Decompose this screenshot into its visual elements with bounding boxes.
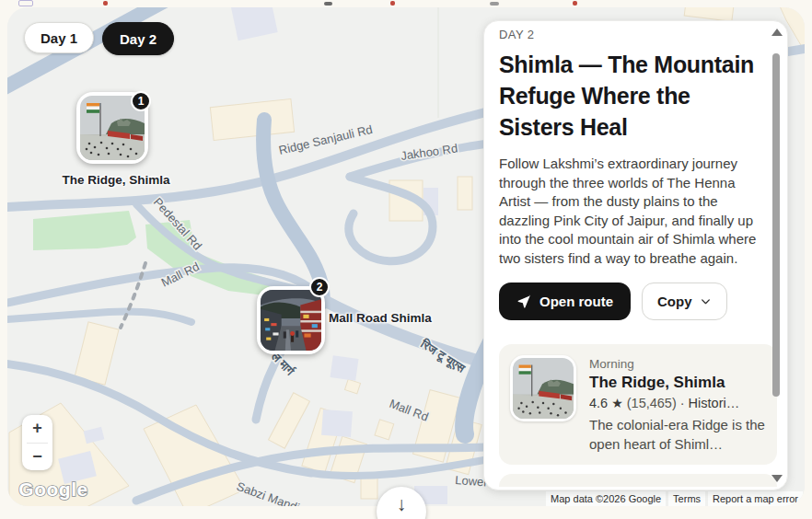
copy-button[interactable]: Copy — [642, 283, 727, 320]
zoom-out-button[interactable]: − — [22, 444, 52, 471]
attribution-terms-link[interactable]: Terms — [668, 491, 705, 506]
navigation-icon — [516, 294, 531, 309]
attribution-report-link[interactable]: Report a map error — [708, 491, 803, 506]
map-zoom-control: + − — [22, 415, 52, 470]
google-logo[interactable]: Google — [18, 478, 88, 506]
open-route-label: Open route — [539, 294, 613, 309]
stop-card-the-ridge[interactable]: Morning The Ridge, Shimla 4.6 ★ (15,465)… — [499, 344, 777, 465]
open-route-button[interactable]: Open route — [499, 283, 631, 320]
down-arrow-icon: ↓ — [397, 493, 407, 515]
scrollbar-up-arrow[interactable] — [771, 29, 783, 36]
cutoff-fragment — [324, 2, 332, 6]
stop-info: Morning The Ridge, Shimla 4.6 ★ (15,465)… — [589, 355, 766, 454]
stop-name: The Ridge, Shimla — [589, 374, 766, 392]
day-description: Follow Lakshmi’s extraordinary journey t… — [499, 155, 769, 268]
rating-value: 4.6 — [589, 396, 608, 410]
attribution-map-data: Map data ©2026 Google — [546, 491, 666, 506]
next-stop-card-peek — [499, 474, 777, 487]
marker-label-the-ridge: The Ridge, Shimla — [60, 173, 172, 187]
star-icon: ★ — [611, 396, 623, 410]
dot-separator: · — [680, 396, 685, 410]
stop-category: Histori… — [689, 396, 740, 410]
day-tabs: Day 1 Day 2 — [24, 22, 174, 55]
map-attribution: Map data ©2026 Google Terms Report a map… — [543, 491, 803, 506]
day-eyebrow: DAY 2 — [499, 28, 769, 41]
stop-time-of-day: Morning — [589, 357, 766, 371]
action-button-row: Open route Copy — [499, 283, 769, 320]
marker-label-mall-road: Mall Road Shimla — [329, 311, 432, 325]
marker-badge-1: 1 — [131, 91, 151, 111]
copy-label: Copy — [657, 294, 692, 309]
panel-scrollbar[interactable] — [770, 25, 783, 486]
stop-summary: The colonial-era Ridge is the open heart… — [589, 415, 766, 454]
cutoff-fragment — [490, 2, 499, 6]
stop-rating-row: 4.6 ★ (15,465) · Histori… — [589, 396, 766, 410]
scrollbar-thumb[interactable] — [772, 53, 780, 397]
zoom-in-button[interactable]: + — [22, 415, 52, 443]
scrollbar-down-arrow[interactable] — [771, 475, 783, 482]
page-top-strip — [0, 0, 812, 7]
cutoff-fragment — [390, 1, 395, 6]
google-logo-text: Google — [18, 479, 87, 500]
cutoff-fragment — [573, 1, 577, 6]
review-count: (15,465) — [627, 396, 677, 410]
stop-thumbnail — [510, 355, 576, 421]
cutoff-icon-fragment — [18, 0, 33, 6]
marker-badge-2: 2 — [309, 277, 330, 297]
tab-day-1[interactable]: Day 1 — [24, 22, 94, 53]
chevron-down-icon — [700, 295, 712, 307]
itinerary-panel: DAY 2 Shimla — The Mountain Refuge Where… — [483, 20, 788, 490]
cutoff-fragment — [103, 1, 108, 6]
itinerary-panel-content: DAY 2 Shimla — The Mountain Refuge Where… — [484, 21, 769, 487]
day-title: Shimla — The Mountain Refuge Where the S… — [499, 49, 769, 143]
tab-day-2[interactable]: Day 2 — [102, 22, 174, 55]
